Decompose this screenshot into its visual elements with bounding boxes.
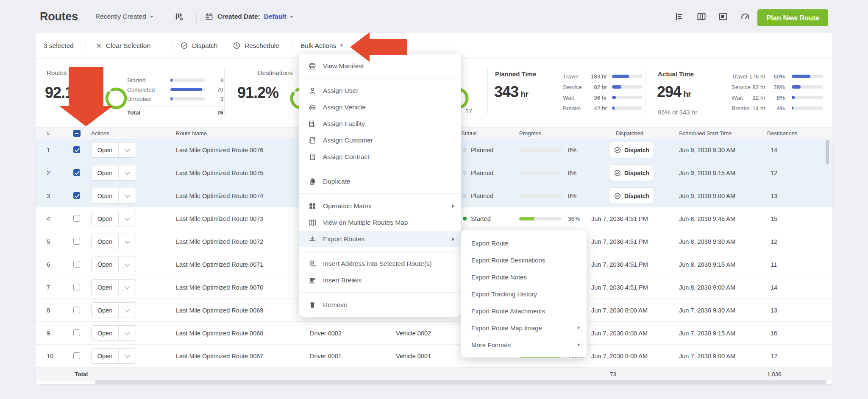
open-route-button[interactable]: Open <box>91 142 136 158</box>
row-checkbox[interactable] <box>73 261 80 268</box>
header-dispatched[interactable]: Dispatched <box>616 128 643 139</box>
header-status[interactable]: Status <box>461 128 477 139</box>
header-divider <box>87 11 87 22</box>
page-title: Routes <box>40 10 78 23</box>
menu-item-assign-contract[interactable]: Assign Contract <box>299 148 461 165</box>
status-cell: Planned <box>463 184 493 207</box>
header-progress[interactable]: Progress <box>519 128 541 139</box>
horizontal-scrollbar[interactable] <box>95 380 826 384</box>
breakdown-bar <box>612 85 643 89</box>
dashboard-button[interactable] <box>740 5 751 28</box>
clear-selection-button[interactable]: Clear Selection <box>95 33 150 58</box>
header-route-name[interactable]: Route Name <box>176 128 207 139</box>
menu-item-assign-customer[interactable]: Assign Customer <box>299 132 461 148</box>
menu-item-assign-facility[interactable]: Assign Facility <box>299 115 461 132</box>
created-date-filter[interactable]: Created Date: Default <box>205 5 293 28</box>
route-name[interactable]: Last Mile Optimized Route 0068 <box>176 322 263 344</box>
menu-item-export-routes[interactable]: Export Routes <box>299 231 461 247</box>
route-name[interactable]: Last Mile Optimized Route 0067 <box>176 345 263 367</box>
menu-item-view-on-multiple-routes-map[interactable]: View on Multiple Routes Map <box>299 214 461 231</box>
dispatch-button[interactable]: Dispatch <box>609 142 654 158</box>
submenu-item-export-tracking-history[interactable]: Export Tracking History <box>461 285 587 302</box>
route-name[interactable]: Last Mile Optimized Route 0069 <box>176 299 263 321</box>
dispatch-action-button[interactable]: Dispatch <box>180 33 217 58</box>
filter-settings-button[interactable] <box>674 5 684 28</box>
header-scheduled[interactable]: Scheduled Start Time <box>679 128 732 139</box>
submenu-item-export-route-destinations[interactable]: Export Route Destinations <box>461 251 587 268</box>
open-menu-toggle[interactable] <box>119 171 136 175</box>
open-menu-toggle[interactable] <box>119 285 136 289</box>
route-name[interactable]: Last Mile Optimized Route 0076 <box>176 139 263 161</box>
route-name[interactable]: Last Mile Optimized Route 0073 <box>176 207 263 230</box>
row-checkbox[interactable] <box>73 307 80 313</box>
menu-item-label: Assign User <box>323 87 359 95</box>
open-route-button[interactable]: Open <box>91 257 136 272</box>
select-all-checkbox[interactable] <box>73 130 81 137</box>
menu-item-assign-user[interactable]: Assign User <box>299 82 461 99</box>
row-checkbox[interactable] <box>73 169 80 176</box>
submenu-arrow-icon <box>578 343 580 346</box>
submenu-item-export-route-notes[interactable]: Export Route Notes <box>461 268 587 285</box>
plan-new-route-button[interactable]: Plan New Route <box>757 9 828 26</box>
annotation-arrow-select-all <box>59 67 113 128</box>
open-menu-toggle[interactable] <box>119 331 136 335</box>
panel-layout-button[interactable] <box>718 5 728 28</box>
submenu-item-export-route-map-image[interactable]: Export Route Map Image <box>461 319 587 336</box>
open-menu-toggle[interactable] <box>119 354 136 358</box>
row-checkbox[interactable] <box>73 238 80 245</box>
open-menu-toggle[interactable] <box>119 240 136 243</box>
submenu-item-export-route-attachments[interactable]: Export Route Attachments <box>461 302 587 319</box>
column-settings-button[interactable] <box>174 5 184 28</box>
open-route-button[interactable]: Open <box>91 188 136 204</box>
open-route-button[interactable]: Open <box>91 234 136 249</box>
breakdown-label: Service <box>563 84 582 90</box>
map-view-button[interactable] <box>696 5 707 28</box>
page-title-wrap: Routes <box>40 5 78 28</box>
row-checkbox[interactable] <box>73 192 80 199</box>
row-checkbox[interactable] <box>73 329 80 336</box>
route-name[interactable]: Last Mile Optimized Route 0072 <box>176 230 263 253</box>
open-menu-toggle[interactable] <box>119 308 136 312</box>
breakdown-value: 36 hr <box>581 95 607 101</box>
header-destinations[interactable]: Destinations <box>767 128 798 139</box>
driver-name: Driver 0001 <box>310 345 342 367</box>
open-menu-toggle[interactable] <box>119 217 136 220</box>
open-route-button[interactable]: Open <box>91 348 136 364</box>
open-menu-toggle[interactable] <box>119 194 136 198</box>
row-checkbox[interactable] <box>73 215 80 222</box>
menu-divider <box>299 169 461 169</box>
open-route-button[interactable]: Open <box>91 279 136 295</box>
row-checkbox[interactable] <box>73 284 80 290</box>
route-name[interactable]: Last Mile Optimized Route 0075 <box>176 162 263 184</box>
chevron-down-icon <box>125 284 130 290</box>
submenu-item-export-route[interactable]: Export Route <box>461 234 587 251</box>
submenu-item-more-formats[interactable]: More Formats <box>461 336 587 353</box>
menu-item-duplicate[interactable]: Duplicate <box>299 173 461 190</box>
menu-item-assign-vehicle[interactable]: Assign Vehicle <box>299 99 461 115</box>
open-route-button[interactable]: Open <box>91 325 136 341</box>
header-divider <box>196 11 197 22</box>
menu-item-remove[interactable]: Remove <box>299 296 461 313</box>
menu-item-insert-address[interactable]: Insert Address into Selected Route(s) <box>299 255 461 272</box>
row-checkbox[interactable] <box>73 352 80 359</box>
menu-item-insert-breaks[interactable]: Insert Breaks <box>299 272 461 288</box>
open-route-button[interactable]: Open <box>91 302 136 318</box>
route-name[interactable]: Last Mile Optimized Route 0074 <box>176 184 263 207</box>
dispatch-button[interactable]: Dispatch <box>609 187 654 204</box>
submenu-item-label: Export Route Notes <box>471 273 527 281</box>
open-route-button[interactable]: Open <box>91 165 136 181</box>
route-name[interactable]: Last Mile Optimized Route 0070 <box>176 276 263 299</box>
open-route-button[interactable]: Open <box>91 211 136 226</box>
vertical-scrollbar[interactable] <box>826 140 829 165</box>
breakdown-bar <box>792 106 823 110</box>
open-menu-toggle[interactable] <box>119 148 136 152</box>
open-menu-toggle[interactable] <box>119 262 136 266</box>
stat-destinations-title: Destinations <box>258 69 293 76</box>
reschedule-button[interactable]: Reschedule <box>233 33 279 58</box>
destinations-count: 15 <box>771 207 777 230</box>
menu-item-operation-matrix[interactable]: Operation Matrix <box>299 198 461 214</box>
sort-dropdown[interactable]: Recently Created <box>95 5 153 28</box>
route-name[interactable]: Last Mile Optimized Route 0071 <box>176 253 263 276</box>
row-checkbox[interactable] <box>73 146 80 153</box>
dispatch-button[interactable]: Dispatch <box>609 165 654 181</box>
